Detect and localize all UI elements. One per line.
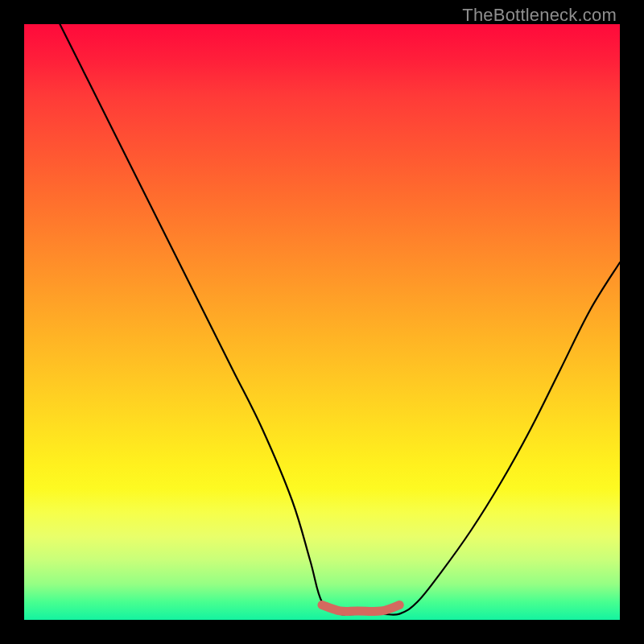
- curve-layer: [24, 24, 620, 620]
- chart-frame: TheBottleneck.com: [0, 0, 644, 644]
- red-flat-segment: [322, 605, 399, 612]
- black-curve: [60, 24, 620, 615]
- plot-area: [24, 24, 620, 620]
- watermark-text: TheBottleneck.com: [462, 5, 617, 26]
